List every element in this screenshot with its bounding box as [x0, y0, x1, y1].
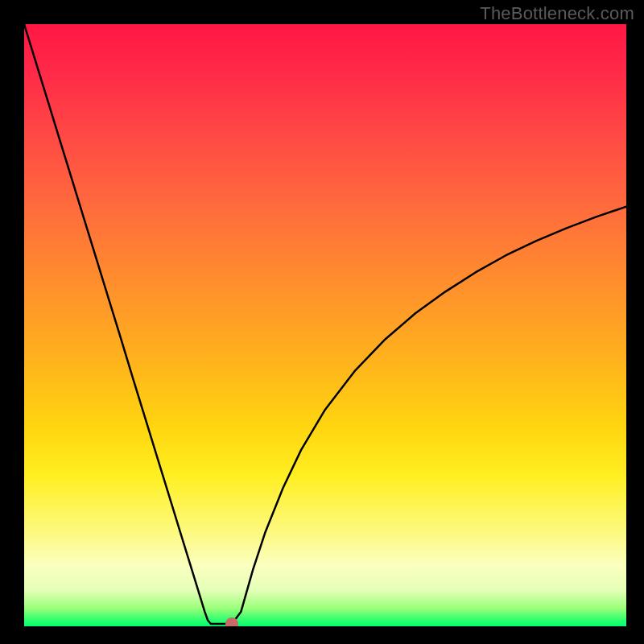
watermark-text: TheBottleneck.com	[480, 3, 634, 24]
bottleneck-curve	[24, 24, 626, 626]
optimal-point-marker	[225, 617, 238, 626]
plot-area	[24, 24, 626, 626]
